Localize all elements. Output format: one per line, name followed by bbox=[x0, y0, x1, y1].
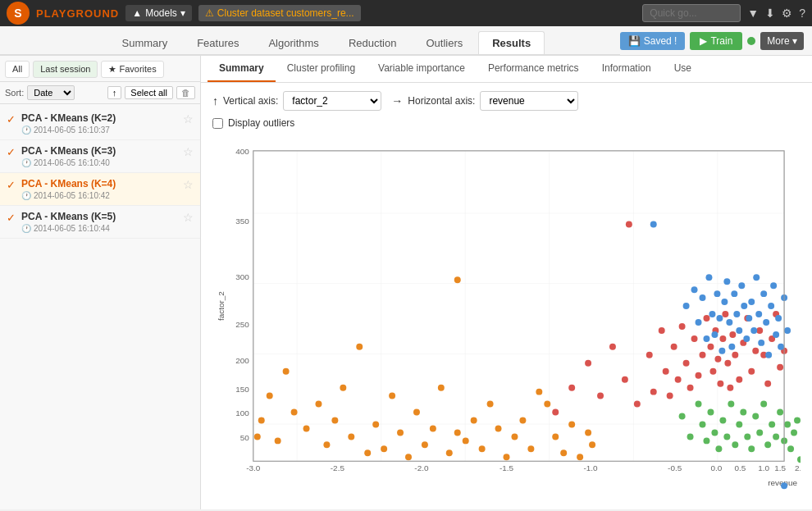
svg-point-127 bbox=[733, 311, 740, 317]
playground-label: PLAYGROUND bbox=[36, 7, 119, 20]
svg-point-80 bbox=[679, 323, 686, 330]
quickgo-input[interactable] bbox=[642, 4, 741, 22]
settings-icon[interactable]: ⚙ bbox=[782, 7, 792, 20]
svg-point-94 bbox=[724, 360, 731, 367]
subtab-performance-metrics[interactable]: Performance metrics bbox=[477, 56, 591, 82]
svg-point-121 bbox=[718, 348, 725, 354]
select-all-button[interactable]: Select all bbox=[125, 86, 173, 99]
axis-controls: ↑ Vertical axis: factor_2 factor_1 → Hor… bbox=[212, 91, 801, 111]
outliers-checkbox[interactable] bbox=[212, 118, 223, 129]
svg-point-33 bbox=[340, 385, 346, 391]
models-button[interactable]: ▲ Models ▾ bbox=[125, 5, 192, 21]
check-icon-k2: ✓ bbox=[7, 113, 18, 125]
vertical-axis-select[interactable]: factor_2 factor_1 bbox=[283, 91, 381, 111]
svg-point-43 bbox=[422, 441, 428, 448]
svg-point-49 bbox=[471, 417, 477, 423]
sidebar-tab-favorites[interactable]: ★ Favorites bbox=[101, 61, 163, 78]
svg-point-71 bbox=[622, 376, 628, 383]
svg-point-55 bbox=[519, 417, 526, 423]
download-icon[interactable]: ⬇ bbox=[765, 7, 775, 20]
subtab-information[interactable]: Information bbox=[591, 56, 663, 82]
tab-algorithms[interactable]: Algorithms bbox=[254, 31, 332, 54]
svg-point-45 bbox=[438, 385, 445, 391]
svg-point-76 bbox=[663, 368, 669, 375]
svg-point-87 bbox=[707, 344, 714, 350]
svg-point-117 bbox=[709, 311, 715, 317]
svg-point-131 bbox=[743, 335, 750, 342]
star-icon-k5[interactable]: ☆ bbox=[183, 211, 194, 224]
model-name-k4: PCA - KMeans (K=4) bbox=[21, 178, 183, 189]
svg-point-125 bbox=[728, 344, 735, 350]
svg-text:400: 400 bbox=[235, 147, 249, 156]
model-item-k4[interactable]: ✓ PCA - KMeans (K=4) 🕐 2014-06-05 16:10:… bbox=[0, 173, 200, 206]
svg-point-123 bbox=[723, 278, 730, 285]
svg-point-73 bbox=[646, 352, 653, 358]
svg-point-140 bbox=[765, 352, 772, 358]
star-icon-k2[interactable]: ☆ bbox=[183, 112, 194, 125]
svg-point-129 bbox=[738, 282, 745, 289]
outliers-label[interactable]: Display outliers bbox=[228, 117, 294, 129]
svg-point-77 bbox=[667, 393, 673, 399]
outliers-row: Display outliers bbox=[212, 117, 801, 129]
star-icon-k4[interactable]: ☆ bbox=[183, 178, 194, 191]
sort-select[interactable]: Date Name bbox=[27, 85, 75, 100]
sidebar-tab-lastsession[interactable]: Last session bbox=[33, 61, 98, 78]
delete-button[interactable]: 🗑 bbox=[176, 86, 195, 99]
subtab-summary[interactable]: Summary bbox=[208, 56, 276, 82]
dataset-button[interactable]: ⚠ Cluster dataset customers_re... bbox=[198, 5, 361, 21]
star-icon-k3[interactable]: ☆ bbox=[183, 145, 194, 158]
svg-point-64 bbox=[589, 441, 595, 448]
navright: 💾 Saved ! ▶ Train More ▾ bbox=[620, 26, 812, 55]
tab-features[interactable]: Features bbox=[183, 31, 253, 54]
subtab-cluster-profiling[interactable]: Cluster profiling bbox=[276, 56, 367, 82]
saved-button[interactable]: 💾 Saved ! bbox=[620, 32, 686, 50]
horizontal-arrow-icon: → bbox=[391, 94, 403, 107]
svg-point-82 bbox=[687, 385, 694, 391]
play-icon: ▶ bbox=[700, 35, 707, 47]
subtab-variable-importance[interactable]: Variable importance bbox=[367, 56, 477, 82]
svg-point-59 bbox=[552, 433, 559, 440]
model-name-k5: PCA - KMeans (K=5) bbox=[21, 211, 183, 222]
model-name-k2: PCA - KMeans (K=2) bbox=[21, 112, 183, 124]
filter-icon[interactable]: ▼ bbox=[747, 7, 759, 20]
horizontal-axis-select[interactable]: revenue age bbox=[480, 91, 578, 111]
navtabs: Summary Features Algorithms Reduction Ou… bbox=[0, 26, 620, 55]
svg-point-135 bbox=[753, 274, 760, 281]
tab-outliers[interactable]: Outliers bbox=[412, 31, 477, 54]
svg-point-148 bbox=[781, 482, 787, 489]
models-chevron: ▾ bbox=[180, 7, 185, 19]
svg-point-63 bbox=[585, 429, 591, 436]
model-item-k5[interactable]: ✓ PCA - KMeans (K=5) 🕐 2014-06-05 16:10:… bbox=[0, 206, 200, 239]
tab-results[interactable]: Results bbox=[478, 31, 545, 54]
svg-point-161 bbox=[732, 441, 738, 448]
svg-text:1.5: 1.5 bbox=[774, 463, 786, 472]
dataset-label: Cluster dataset customers_re... bbox=[217, 7, 354, 19]
scatter-plot: 400 350 300 250 200 150 100 50 factor_2 … bbox=[212, 135, 801, 501]
vertical-arrow-icon: ↑ bbox=[212, 94, 218, 107]
svg-text:100: 100 bbox=[235, 409, 249, 418]
train-button[interactable]: ▶ Train bbox=[690, 32, 742, 50]
logo-button[interactable]: S bbox=[7, 2, 30, 25]
model-item-k2[interactable]: ✓ PCA - KMeans (K=2) 🕐 2014-06-05 16:10:… bbox=[0, 107, 200, 140]
svg-point-169 bbox=[764, 441, 771, 448]
svg-point-118 bbox=[711, 331, 718, 338]
more-button[interactable]: More ▾ bbox=[760, 32, 804, 50]
models-label: Models bbox=[145, 7, 177, 19]
tab-reduction[interactable]: Reduction bbox=[335, 31, 411, 54]
help-icon[interactable]: ? bbox=[799, 7, 805, 20]
tab-summary[interactable]: Summary bbox=[108, 31, 182, 54]
svg-point-39 bbox=[389, 393, 395, 399]
svg-point-168 bbox=[760, 401, 767, 408]
model-item-k3[interactable]: ✓ PCA - KMeans (K=3) 🕐 2014-06-05 16:10:… bbox=[0, 140, 200, 173]
svg-point-139 bbox=[763, 319, 769, 326]
svg-point-167 bbox=[756, 429, 763, 436]
sidebar-tab-all[interactable]: All bbox=[5, 61, 30, 78]
svg-point-48 bbox=[463, 437, 469, 444]
svg-point-86 bbox=[703, 315, 709, 322]
svg-point-122 bbox=[721, 299, 728, 305]
subtab-use[interactable]: Use bbox=[663, 56, 703, 82]
sort-asc-button[interactable]: ↑ bbox=[107, 86, 122, 99]
svg-point-178 bbox=[797, 456, 801, 463]
model-date-k2: 🕐 2014-06-05 16:10:37 bbox=[21, 125, 183, 135]
svg-point-137 bbox=[758, 340, 764, 346]
